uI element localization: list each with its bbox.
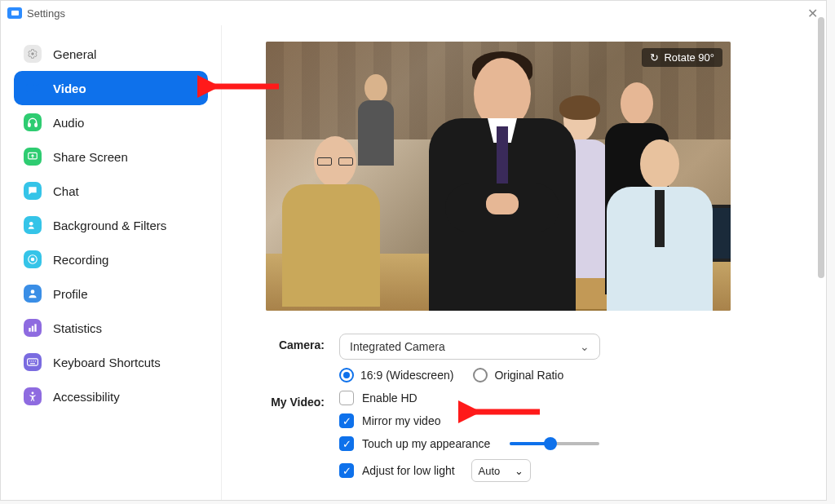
gear-icon [24, 45, 42, 63]
sidebar-item-label: Background & Filters [53, 219, 166, 232]
background-icon [24, 216, 42, 234]
sidebar-item-audio[interactable]: Audio [14, 105, 208, 139]
share-screen-icon [24, 148, 42, 166]
preview-person [421, 50, 584, 311]
chat-icon [24, 182, 42, 200]
low-light-mode-select[interactable]: Auto ⌄ [471, 459, 532, 482]
svg-rect-14 [31, 360, 32, 361]
svg-rect-15 [33, 360, 34, 361]
camera-selected-value: Integrated Camera [350, 340, 445, 353]
camera-label: Camera: [266, 334, 339, 351]
preview-person [599, 139, 721, 311]
sidebar-item-recording[interactable]: Recording [14, 242, 208, 276]
chevron-down-icon: ⌄ [515, 465, 524, 477]
svg-rect-12 [28, 359, 38, 365]
recording-icon [24, 250, 42, 268]
preview-person [282, 136, 388, 299]
video-preview: ↻ Rotate 90° [266, 42, 731, 311]
close-icon[interactable]: ✕ [807, 6, 818, 21]
statistics-icon [24, 319, 42, 337]
radio-label: 16:9 (Widescreen) [360, 369, 453, 382]
low-light-mode-value: Auto [479, 465, 501, 477]
low-light-label: Adjust for low light [362, 464, 455, 477]
svg-rect-1 [26, 84, 34, 92]
settings-window: Settings ✕ General Video Audio Share Scr… [0, 0, 827, 501]
touch-up-slider[interactable] [510, 442, 599, 445]
sidebar-item-label: Profile [53, 287, 88, 301]
svg-rect-17 [30, 363, 35, 364]
touch-up-label: Touch up my appearance [362, 437, 490, 450]
profile-icon [24, 285, 42, 303]
sidebar-item-video[interactable]: Video [14, 71, 208, 105]
sidebar-item-label: Statistics [53, 321, 102, 335]
touch-up-checkbox[interactable] [339, 436, 354, 451]
sidebar-item-label: General [53, 47, 96, 61]
sidebar-item-profile[interactable]: Profile [14, 276, 208, 311]
svg-point-18 [32, 391, 34, 394]
rotate-icon: ↻ [650, 51, 659, 64]
scrollbar[interactable] [818, 17, 824, 278]
camera-select[interactable]: Integrated Camera ⌄ [339, 334, 600, 360]
svg-rect-13 [29, 360, 30, 361]
rotate-label: Rotate 90° [664, 51, 714, 64]
sidebar-item-accessibility[interactable]: Accessibility [14, 379, 208, 413]
sidebar-item-label: Keyboard Shortcuts [53, 356, 161, 369]
radio-label: Original Ratio [494, 369, 563, 382]
sidebar-item-general[interactable]: General [14, 37, 208, 71]
enable-hd-checkbox[interactable] [339, 391, 354, 405]
mirror-video-label: Mirror my video [362, 414, 440, 427]
svg-rect-10 [32, 326, 33, 332]
sidebar: General Video Audio Share Screen Chat Ba… [1, 25, 221, 500]
radio-icon [473, 368, 488, 382]
aspect-ratio-widescreen-radio[interactable]: 16:9 (Widescreen) [339, 368, 453, 382]
mirror-video-checkbox[interactable] [339, 413, 354, 428]
sidebar-item-label: Recording [53, 253, 108, 267]
app-icon [7, 7, 22, 19]
slider-thumb[interactable] [544, 437, 557, 450]
sidebar-item-background-filters[interactable]: Background & Filters [14, 208, 208, 242]
low-light-checkbox[interactable] [339, 463, 354, 478]
sidebar-item-label: Share Screen [53, 150, 128, 164]
rotate-button[interactable]: ↻ Rotate 90° [642, 48, 722, 67]
accessibility-icon [24, 387, 42, 405]
headphones-icon [24, 113, 42, 131]
radio-icon [339, 368, 354, 382]
enable-hd-label: Enable HD [362, 391, 418, 405]
sidebar-item-statistics[interactable]: Statistics [14, 311, 208, 345]
video-icon [24, 79, 42, 97]
sidebar-item-label: Chat [53, 184, 79, 198]
svg-point-7 [31, 258, 35, 262]
svg-point-0 [31, 52, 34, 55]
svg-rect-9 [29, 328, 30, 332]
main-panel: ↻ Rotate 90° Camera: Integrated Camera ⌄ [222, 25, 826, 500]
chevron-down-icon: ⌄ [580, 340, 590, 353]
sidebar-item-chat[interactable]: Chat [14, 174, 208, 208]
titlebar: Settings ✕ [1, 1, 826, 25]
my-video-label: My Video: [266, 391, 339, 409]
sidebar-item-label: Audio [53, 116, 84, 130]
svg-rect-11 [34, 324, 36, 331]
aspect-ratio-original-radio[interactable]: Original Ratio [473, 368, 563, 382]
sidebar-item-keyboard-shortcuts[interactable]: Keyboard Shortcuts [14, 345, 208, 379]
window-title: Settings [27, 7, 65, 20]
sidebar-item-share-screen[interactable]: Share Screen [14, 139, 208, 174]
sidebar-item-label: Video [53, 82, 86, 95]
svg-point-8 [31, 290, 35, 294]
svg-rect-16 [35, 360, 36, 361]
svg-rect-3 [35, 123, 37, 126]
video-settings-form: Camera: Integrated Camera ⌄ 16:9 (Widesc… [266, 334, 803, 490]
sidebar-item-label: Accessibility [53, 390, 120, 404]
keyboard-icon [24, 353, 42, 371]
svg-point-5 [29, 222, 33, 226]
svg-rect-2 [29, 123, 30, 126]
